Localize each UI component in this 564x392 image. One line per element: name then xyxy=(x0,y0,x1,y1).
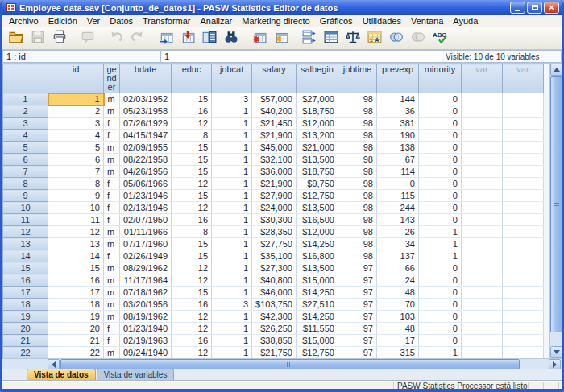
cell[interactable]: $46,000 xyxy=(252,287,297,299)
cell[interactable]: 98 xyxy=(338,190,376,202)
cell[interactable]: 98 xyxy=(338,166,376,178)
cell[interactable]: 97 xyxy=(338,323,376,335)
cell[interactable]: 1 xyxy=(212,166,252,178)
select-cases-button[interactable] xyxy=(320,29,342,48)
cell[interactable]: 12 xyxy=(172,274,212,287)
cell[interactable] xyxy=(502,238,543,250)
cell[interactable]: 3 xyxy=(48,118,104,130)
cell[interactable] xyxy=(502,262,543,274)
row-header-19[interactable]: 19 xyxy=(3,311,48,323)
cell[interactable]: 98 xyxy=(338,142,376,154)
cell[interactable]: m xyxy=(104,226,120,238)
cell[interactable]: 98 xyxy=(338,226,376,238)
cell[interactable] xyxy=(461,142,502,154)
cell[interactable]: 143 xyxy=(376,214,418,226)
cell[interactable]: 1 xyxy=(212,250,252,262)
cell[interactable] xyxy=(502,347,543,359)
row-header-1[interactable]: 1 xyxy=(3,93,48,105)
row-header-7[interactable]: 7 xyxy=(3,166,48,178)
menu-edici-n[interactable]: Edición xyxy=(44,16,82,26)
cell[interactable] xyxy=(461,238,502,250)
app-icon[interactable] xyxy=(6,3,16,12)
cell[interactable]: $12,000 xyxy=(296,226,338,238)
cell[interactable]: 97 xyxy=(338,262,376,274)
cell[interactable] xyxy=(461,178,502,190)
value-labels-button[interactable]: 1A xyxy=(363,29,385,48)
column-header-bdate-3[interactable]: bdate xyxy=(120,64,172,93)
cell[interactable]: 244 xyxy=(376,202,418,214)
insert-cases-button[interactable] xyxy=(248,29,270,48)
variables-button[interactable] xyxy=(198,29,220,48)
cell[interactable] xyxy=(461,250,502,262)
maximize-button[interactable] xyxy=(527,2,542,14)
row-header-9[interactable]: 9 xyxy=(3,190,48,202)
cell[interactable]: m xyxy=(104,93,120,105)
cell[interactable]: $21,450 xyxy=(252,118,297,130)
cell[interactable]: 1 xyxy=(418,250,461,262)
cell[interactable]: 48 xyxy=(376,323,418,335)
cell[interactable]: 16 xyxy=(172,299,212,311)
cell[interactable]: 17 xyxy=(48,287,104,299)
vertical-scrollbar[interactable] xyxy=(549,64,562,358)
cell[interactable]: $9,750 xyxy=(296,178,338,190)
menu-ayuda[interactable]: Ayuda xyxy=(448,16,483,26)
cell[interactable]: $35,100 xyxy=(252,250,297,262)
cell[interactable]: $21,900 xyxy=(252,178,297,190)
menu-gr-ficos[interactable]: Gráficos xyxy=(315,16,358,26)
cell[interactable]: 12 xyxy=(172,118,212,130)
cell[interactable]: 1 xyxy=(212,287,252,299)
cell[interactable]: 1 xyxy=(212,154,252,166)
cell[interactable]: $15,000 xyxy=(296,274,338,287)
cell[interactable]: 11 xyxy=(48,214,104,226)
cell[interactable] xyxy=(502,214,543,226)
cell[interactable]: 1 xyxy=(418,347,461,359)
cell[interactable]: 0 xyxy=(418,202,461,214)
column-header-var-11[interactable]: var xyxy=(461,64,502,93)
cell[interactable]: $13,200 xyxy=(296,130,338,142)
use-variable-sets-button[interactable] xyxy=(385,29,407,48)
cell[interactable]: 114 xyxy=(376,166,418,178)
cell[interactable] xyxy=(461,105,502,118)
cell[interactable]: 1 xyxy=(212,347,252,359)
cell[interactable]: 98 xyxy=(338,93,376,105)
cell[interactable]: 12 xyxy=(172,347,212,359)
column-header-var-12[interactable]: var xyxy=(502,64,543,93)
cell[interactable]: 0 xyxy=(418,178,461,190)
cell[interactable]: 0 xyxy=(418,311,461,323)
cell[interactable]: $24,000 xyxy=(252,202,297,214)
column-header-jobtime-8[interactable]: jobtime xyxy=(338,64,376,93)
cell[interactable]: 98 xyxy=(338,154,376,166)
cell[interactable]: 190 xyxy=(376,130,418,142)
cell[interactable] xyxy=(461,347,502,359)
horizontal-scrollbar[interactable] xyxy=(2,358,562,369)
cell[interactable]: 08/29/1962 xyxy=(120,262,172,274)
row-header-14[interactable]: 14 xyxy=(3,250,48,262)
cell[interactable]: $12,750 xyxy=(296,190,338,202)
cell[interactable] xyxy=(502,118,543,130)
cell[interactable]: 97 xyxy=(338,274,376,287)
cell[interactable] xyxy=(461,214,502,226)
cell[interactable]: 1 xyxy=(418,226,461,238)
cell[interactable] xyxy=(502,274,543,287)
cell[interactable]: 12 xyxy=(172,262,212,274)
cell[interactable]: 1 xyxy=(212,262,252,274)
cell[interactable]: 01/23/1940 xyxy=(120,323,172,335)
cell[interactable]: 15 xyxy=(172,238,212,250)
cell[interactable]: 09/24/1940 xyxy=(120,347,172,359)
cell[interactable]: 01/11/1966 xyxy=(120,226,172,238)
cell[interactable]: f xyxy=(104,250,120,262)
cell[interactable] xyxy=(502,299,543,311)
cell[interactable]: 0 xyxy=(418,154,461,166)
cell[interactable] xyxy=(461,190,502,202)
horizontal-scroll-thumb[interactable] xyxy=(60,359,520,369)
cell[interactable]: 1 xyxy=(212,118,252,130)
cell[interactable]: 18 xyxy=(48,299,104,311)
cell[interactable]: 03/20/1956 xyxy=(120,299,172,311)
weight-cases-button[interactable] xyxy=(342,29,363,48)
cell[interactable] xyxy=(461,335,502,347)
cell[interactable]: 0 xyxy=(418,93,461,105)
cell[interactable]: 97 xyxy=(338,347,376,359)
cell[interactable]: m xyxy=(104,274,120,287)
row-header-11[interactable]: 11 xyxy=(3,214,48,226)
cell[interactable]: f xyxy=(104,118,120,130)
